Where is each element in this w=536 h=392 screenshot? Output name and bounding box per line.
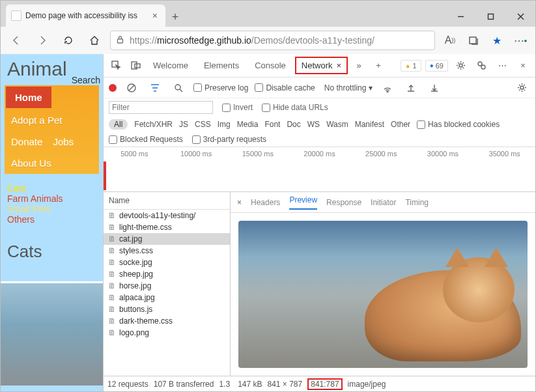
read-aloud-icon[interactable]: A)) [440, 31, 460, 50]
menu-home[interactable]: Home [6, 87, 51, 108]
tab-elements[interactable]: Elements [197, 57, 246, 74]
filter-other[interactable]: Other [391, 120, 410, 129]
tab-network[interactable]: Network × [295, 57, 348, 74]
kebab-icon[interactable]: ⋯ [494, 57, 511, 74]
status-size: 147 kB [238, 380, 262, 389]
file-icon: 🗎 [107, 270, 117, 279]
settings-icon[interactable] [452, 57, 469, 74]
filter-js[interactable]: JS [179, 120, 188, 129]
blocked-cookies-checkbox[interactable]: Has blocked cookies [417, 120, 500, 129]
svg-rect-5 [470, 37, 476, 44]
menu-donate[interactable]: Donate [11, 136, 42, 147]
back-button[interactable] [6, 30, 27, 51]
tab-initiator[interactable]: Initiator [371, 198, 396, 207]
window-minimize-button[interactable] [445, 6, 475, 27]
preview-image [238, 221, 528, 368]
more-icon[interactable]: ⋯● [511, 31, 530, 50]
third-party-checkbox[interactable]: 3rd-party requests [192, 135, 266, 144]
inspect-icon[interactable] [107, 57, 124, 74]
menu-about[interactable]: About Us [5, 152, 99, 174]
link-small[interactable]: Small Pets [7, 204, 96, 214]
filter-input[interactable] [109, 101, 213, 114]
hide-data-urls-checkbox[interactable]: Hide data URLs [262, 103, 328, 112]
filter-all[interactable]: All [109, 119, 128, 130]
browser-tab[interactable]: Demo page with accessibility iss × [6, 5, 165, 27]
timeline-tick: 35000 ms [473, 150, 535, 158]
refresh-button[interactable] [58, 30, 79, 51]
request-row[interactable]: 🗎socke.jpg [104, 257, 230, 268]
clear-icon[interactable] [123, 79, 140, 96]
throttling-select[interactable]: No throttling ▾ [324, 83, 373, 92]
link-others[interactable]: Others [7, 214, 96, 225]
disable-cache-checkbox[interactable]: Disable cache [255, 83, 315, 92]
network-timeline[interactable]: 5000 ms10000 ms15000 ms20000 ms25000 ms3… [104, 147, 535, 192]
warnings-badge[interactable]: 1 [401, 60, 421, 72]
request-row[interactable]: 🗎alpaca.jpg [104, 292, 230, 303]
tab-response[interactable]: Response [326, 198, 361, 207]
search-icon[interactable] [170, 79, 187, 96]
collections-icon[interactable] [464, 31, 483, 50]
import-icon[interactable] [402, 79, 419, 96]
filter-manifest[interactable]: Manifest [355, 120, 384, 129]
filter-font[interactable]: Font [264, 120, 280, 129]
svg-point-17 [520, 86, 524, 89]
tab-close-icon[interactable]: × [150, 10, 160, 21]
filter-ws[interactable]: WS [307, 120, 320, 129]
window-close-button[interactable] [505, 6, 535, 27]
window-maximize-button[interactable] [475, 6, 505, 27]
request-row[interactable]: 🗎styles.css [104, 245, 230, 257]
request-name: buttons.js [119, 305, 152, 314]
svg-line-13 [129, 85, 134, 91]
request-row[interactable]: 🗎cat.jpg [104, 233, 230, 245]
tab-welcome[interactable]: Welcome [147, 57, 195, 74]
svg-point-11 [481, 65, 485, 69]
svg-rect-1 [488, 14, 493, 19]
request-row[interactable]: 🗎buttons.js [104, 303, 230, 315]
preserve-log-checkbox[interactable]: Preserve log [193, 83, 248, 92]
network-conditions-icon[interactable] [379, 79, 396, 96]
new-tab-button[interactable]: + [165, 7, 185, 27]
filter-img[interactable]: Img [218, 120, 231, 129]
issues-icon[interactable] [473, 57, 490, 74]
record-button[interactable] [109, 84, 117, 92]
filter-fetch[interactable]: Fetch/XHR [134, 120, 173, 129]
link-cats[interactable]: Cats [7, 183, 96, 193]
tab-network-close-icon[interactable]: × [337, 61, 342, 70]
tab-preview[interactable]: Preview [289, 195, 317, 210]
page-search-label[interactable]: Search [72, 75, 100, 85]
request-row[interactable]: 🗎horse.jpg [104, 280, 230, 292]
web-page: Animal Search Home Adopt a Pet Donate Jo… [1, 54, 103, 391]
home-button[interactable] [84, 30, 105, 51]
info-badge[interactable]: 69 [425, 60, 448, 72]
file-icon: 🗎 [107, 316, 117, 326]
menu-jobs[interactable]: Jobs [53, 136, 74, 147]
filter-doc[interactable]: Doc [287, 120, 300, 129]
link-farm[interactable]: Farm Animals [7, 193, 96, 204]
tab-timing[interactable]: Timing [405, 198, 429, 207]
menu-adopt[interactable]: Adopt a Pet [5, 109, 99, 131]
request-row[interactable]: 🗎dark-theme.css [104, 315, 230, 327]
preview-close-icon[interactable]: × [237, 198, 242, 207]
tab-headers[interactable]: Headers [251, 198, 280, 207]
close-devtools-icon[interactable]: × [515, 57, 531, 74]
favorite-icon[interactable]: ★ [487, 31, 507, 50]
svg-point-10 [478, 62, 482, 66]
device-toggle-icon[interactable] [127, 57, 144, 74]
blocked-requests-checkbox[interactable]: Blocked Requests [109, 135, 183, 144]
more-tabs-icon[interactable]: » [350, 57, 367, 74]
request-row[interactable]: 🗎light-theme.css [104, 221, 230, 233]
url-box[interactable]: https://microsoftedge.github.io/Demos/de… [110, 31, 435, 50]
filter-wasm[interactable]: Wasm [326, 120, 348, 129]
request-row[interactable]: 🗎logo.png [104, 327, 230, 339]
network-settings-icon[interactable] [513, 79, 530, 96]
add-tab-icon[interactable]: + [370, 57, 387, 74]
invert-checkbox[interactable]: Invert [222, 103, 253, 112]
export-icon[interactable] [426, 79, 443, 96]
filter-icon[interactable] [147, 79, 163, 96]
request-row[interactable]: 🗎devtools-a11y-testing/ [104, 210, 230, 221]
tab-console[interactable]: Console [248, 57, 292, 74]
request-row[interactable]: 🗎sheep.jpg [104, 268, 230, 280]
page-menu: Home Adopt a Pet Donate Jobs About Us [5, 85, 99, 174]
filter-media[interactable]: Media [237, 120, 259, 129]
filter-css[interactable]: CSS [195, 120, 211, 129]
